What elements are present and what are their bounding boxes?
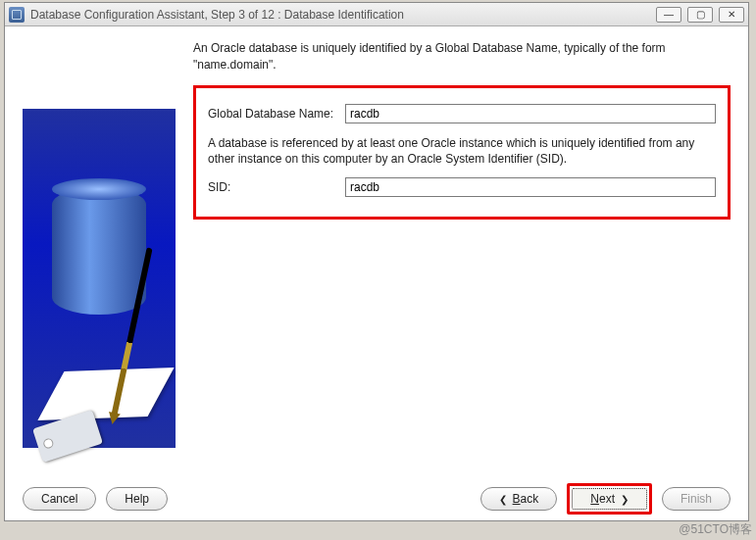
intro-text: An Oracle database is uniquely identifie… [193,40,731,74]
paper-graphic [37,368,174,420]
sid-input[interactable] [345,177,716,197]
cancel-button[interactable]: Cancel [23,487,96,511]
sid-description: A database is referenced by at least one… [208,135,716,169]
side-illustration [23,109,176,448]
gdn-label: Global Database Name: [208,107,345,121]
next-button[interactable]: NNextext ❯ [572,488,647,510]
maximize-button[interactable]: ▢ [687,7,713,23]
button-bar: Cancel Help ❮ BBackack NNextext ❯ Finish [5,477,748,520]
dbca-window: Database Configuration Assistant, Step 3… [4,2,749,521]
form-panel: An Oracle database is uniquely identifie… [193,40,731,467]
watermark: @51CTO博客 [679,521,752,538]
next-arrow-icon: ❯ [621,494,629,505]
close-button[interactable]: ✕ [719,7,744,23]
sid-row: SID: [208,177,716,197]
sid-label: SID: [208,180,345,194]
gdn-row: Global Database Name: [208,104,716,123]
minimize-button[interactable]: — [656,7,681,23]
gdn-input[interactable] [345,104,716,123]
database-icon [52,187,146,315]
app-icon [9,7,25,23]
content-area: An Oracle database is uniquely identifie… [5,26,748,477]
back-button[interactable]: ❮ BBackack [480,487,558,511]
highlighted-fields: Global Database Name: A database is refe… [193,85,731,221]
back-arrow-icon: ❮ [499,494,507,505]
titlebar: Database Configuration Assistant, Step 3… [5,3,748,26]
next-highlight: NNextext ❯ [567,483,652,515]
help-button[interactable]: Help [106,487,168,511]
finish-button: Finish [662,487,731,511]
window-controls: — ▢ ✕ [656,7,744,23]
window-title: Database Configuration Assistant, Step 3… [30,8,656,22]
